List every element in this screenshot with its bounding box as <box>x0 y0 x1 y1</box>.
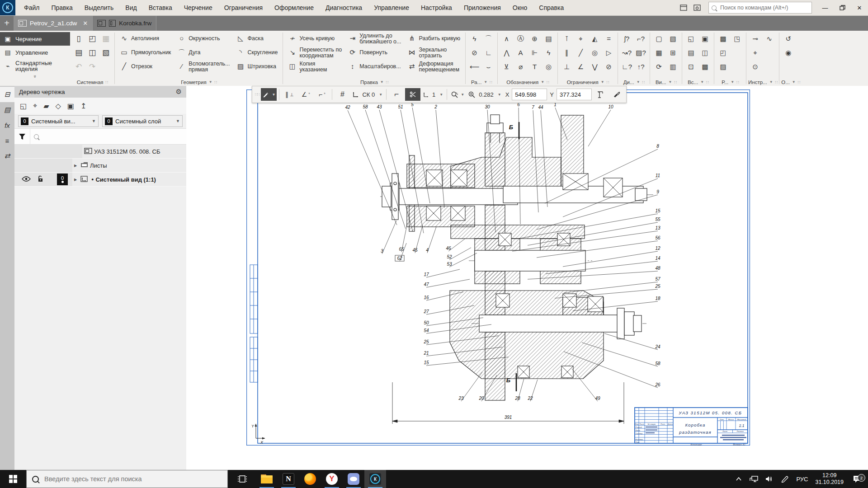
menu-справка[interactable]: Справка <box>533 0 570 15</box>
ribbon-button[interactable]: ⁄Вспомогатель... прямая <box>174 60 233 74</box>
pen-mode-button[interactable]: ▼ <box>261 88 277 101</box>
menu-правка[interactable]: Правка <box>45 0 78 15</box>
ribbon-tool-icon[interactable]: ⊞ <box>666 46 680 60</box>
switch-windows-icon[interactable]: ⇄ <box>0 148 14 164</box>
language-indicator[interactable]: РУС <box>793 476 811 483</box>
ribbon-tool-icon[interactable]: ▧ <box>666 32 680 46</box>
step-select[interactable]: 1 ▼ <box>421 88 444 101</box>
ribbon-tool-icon[interactable]: ∧ <box>500 32 514 46</box>
ribbon-button[interactable]: ↘Переместить по координатам <box>285 46 345 60</box>
ribbon-tool-icon[interactable]: ↑? <box>634 60 648 74</box>
ribbon-tool-icon[interactable]: ╱ <box>574 46 588 60</box>
group-caption[interactable]: Ограничения▼∷ <box>560 78 616 86</box>
variables-icon[interactable]: fx <box>0 117 14 133</box>
ribbon-tool-icon[interactable]: ▩ <box>698 60 712 74</box>
restore-button[interactable] <box>834 0 851 15</box>
taskbar-app-yandex[interactable]: Y <box>321 470 343 488</box>
print-icon[interactable]: ▤ <box>72 46 85 60</box>
ribbon-button[interactable]: ╱Отрезок <box>117 60 174 74</box>
ribbon-tool-icon[interactable]: ◎ <box>542 60 556 74</box>
ribbon-button[interactable]: ▨Штриховка <box>233 60 281 74</box>
collapse-ribbon-icon[interactable]: » <box>32 73 39 80</box>
ribbon-button[interactable]: ∿Автолиния <box>117 32 174 46</box>
tree-row-system-view[interactable]: 0 ▶ ● Системный вид (1:1) <box>14 173 186 187</box>
ribbon-tool-icon[interactable]: ▤ <box>542 32 556 46</box>
raster-view-icon[interactable]: ▣ <box>67 102 74 110</box>
taskbar-app-kompas[interactable]: К <box>364 470 386 488</box>
group-caption[interactable]: Ди...▼∷ <box>620 78 648 86</box>
insert-cs-icon[interactable]: ↥ <box>80 102 86 110</box>
ribbon-tool-icon[interactable]: ʃ? <box>620 32 634 46</box>
ribbon-button[interactable]: ⟳Повернуть <box>345 46 404 60</box>
coordinate-system-select[interactable]: СК 0 ▼ <box>351 88 384 101</box>
command-search-input[interactable] <box>719 4 809 11</box>
command-search[interactable] <box>708 2 812 14</box>
ribbon-tool-icon[interactable]: ⊩ <box>528 46 542 60</box>
menu-диагностика[interactable]: Диагностика <box>320 0 368 15</box>
ribbon-tool-icon[interactable]: ↺ <box>781 32 795 46</box>
snap-angle-icon[interactable]: ∠° <box>298 88 313 101</box>
current-layer-select[interactable]: 0 Системный слой ▼ <box>102 115 183 127</box>
ribbon-tool-icon[interactable]: ⊻ <box>500 60 514 74</box>
snap-parallel-icon[interactable]: ∥⊥ <box>282 88 297 101</box>
ribbon-tool-icon[interactable]: ▢ <box>652 32 666 46</box>
menu-вставка[interactable]: Вставка <box>143 0 178 15</box>
ribbon-button[interactable]: ↕Масштабиров... <box>345 60 404 74</box>
ribbon-tool-icon[interactable]: ▣ <box>698 32 712 46</box>
drawing-canvas[interactable]: 4258435152306744110811915551356121448572… <box>186 86 868 470</box>
ribbon-tool-icon[interactable]: ⌖ <box>748 46 762 60</box>
interface-settings-icon[interactable] <box>690 2 704 14</box>
group-caption[interactable]: О...▼∷ <box>781 78 800 86</box>
ribbon-tool-icon[interactable]: = <box>602 32 616 46</box>
ribbon-tool-icon[interactable]: ∟ <box>481 46 495 60</box>
mode-tab-item[interactable]: ▤Управление <box>0 46 70 59</box>
ribbon-button[interactable]: ◺Фаска <box>233 32 281 46</box>
ribbon-tool-icon[interactable]: ▨? <box>634 46 648 60</box>
group-caption[interactable]: Ра...▼∷ <box>467 78 495 86</box>
taskbar-app-notion[interactable]: N <box>278 470 299 488</box>
expander-icon[interactable]: ▶ <box>72 164 79 168</box>
ribbon-tool-icon[interactable]: ⌀ <box>514 60 528 74</box>
ribbon-button[interactable]: ⋔Разбить кривую <box>404 32 463 46</box>
menu-черчение[interactable]: Черчение <box>178 0 218 15</box>
drawing-sheet[interactable]: 4258435152306744110811915551356121448572… <box>246 89 750 446</box>
ribbon-tool-icon[interactable]: ∠ <box>574 60 588 74</box>
expander-icon[interactable]: ▶ <box>72 178 79 182</box>
tree-search-input[interactable] <box>42 133 186 141</box>
ribbon-tool-icon[interactable]: ▤ <box>684 46 698 60</box>
snap-point-icon[interactable]: ⌐° <box>314 88 330 101</box>
interface-layout-icon[interactable] <box>677 2 690 14</box>
ribbon-tool-icon[interactable]: ⌒ <box>481 32 495 46</box>
menu-оформление[interactable]: Оформление <box>269 0 320 15</box>
parameters-icon[interactable]: ▤ <box>0 102 14 117</box>
close-button[interactable]: ✕ <box>851 0 868 15</box>
tray-expand-icon[interactable] <box>731 477 746 481</box>
taskbar-app-explorer[interactable] <box>256 470 278 488</box>
ribbon-tool-icon[interactable]: ⊘ <box>602 60 616 74</box>
ribbon-tool-icon[interactable]: ⊙ <box>748 60 762 74</box>
ribbon-tool-icon[interactable]: ↝? <box>620 46 634 60</box>
eyedropper-icon[interactable] <box>609 88 624 101</box>
ribbon-tool-icon[interactable]: ∟? <box>620 60 634 74</box>
zoom-scale-select[interactable]: 0.282 ▼ <box>467 88 502 101</box>
ribbon-tool-icon[interactable]: ∿ <box>762 32 776 46</box>
tree-row-document[interactable]: УАЗ 31512М 05. 008. СБ <box>14 145 186 159</box>
menu-окно[interactable]: Окно <box>507 0 533 15</box>
ribbon-tool-icon[interactable]: ⊺ <box>560 32 574 46</box>
new-tab-button[interactable]: + <box>0 15 14 31</box>
ribbon-button[interactable]: ◫Копия указанием <box>285 60 345 74</box>
ribbon-button[interactable]: ▭Прямоугольник <box>117 46 174 60</box>
menu-icon[interactable]: ≡ <box>0 133 14 148</box>
ribbon-tool-icon[interactable]: ⌣ <box>481 60 495 74</box>
ribbon-tool-icon[interactable]: ⊡ <box>684 60 698 74</box>
layer-color-badge[interactable]: 0 <box>57 174 68 185</box>
tree-icon[interactable]: ⊟ <box>0 87 14 102</box>
ribbon-tool-icon[interactable]: ⌖ <box>574 32 588 46</box>
gear-icon[interactable]: ⚙ <box>176 88 182 96</box>
tree-row-sheets[interactable]: ▶ Листы <box>14 159 186 173</box>
task-view-button[interactable] <box>231 470 253 488</box>
drag-handle-icon[interactable]: ∷∷ <box>255 92 259 97</box>
group-caption[interactable]: Геометрия▼∷ <box>117 78 281 86</box>
filter-button[interactable] <box>14 129 30 144</box>
ribbon-tool-icon[interactable]: ▦ <box>652 46 666 60</box>
